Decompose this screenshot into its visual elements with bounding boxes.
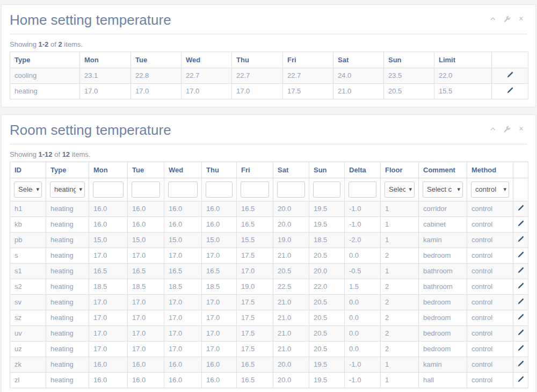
column-header-sat[interactable]: Sat: [273, 162, 309, 178]
table-cell: -1.0: [345, 372, 381, 388]
close-icon[interactable]: [518, 16, 524, 23]
table-cell: control: [467, 201, 513, 216]
column-header-fri[interactable]: Fri: [237, 162, 273, 178]
edit-button[interactable]: [517, 251, 524, 258]
table-cell: 2: [381, 310, 419, 325]
table-cell: corridor: [419, 201, 467, 216]
table-cell: bedroom: [419, 294, 467, 310]
column-header-tue[interactable]: Tue: [128, 162, 164, 178]
action-cell: [513, 263, 528, 279]
table-cell: 16.0: [202, 201, 237, 216]
table-cell: 22.0: [434, 68, 492, 83]
tue-filter-input[interactable]: [132, 182, 160, 198]
edit-button[interactable]: [517, 360, 524, 367]
comment-filter-select-wrapper: Select c: [423, 182, 463, 198]
edit-button[interactable]: [517, 236, 524, 243]
column-header-sun[interactable]: Sun: [309, 162, 345, 178]
edit-button[interactable]: [517, 220, 524, 227]
collapse-icon[interactable]: [490, 126, 496, 133]
mon-filter-input[interactable]: [93, 182, 124, 198]
table-cell: 20.0: [273, 357, 309, 372]
column-header-wed[interactable]: Wed: [182, 52, 232, 68]
column-header-floor[interactable]: Floor: [381, 162, 419, 178]
column-header-wed[interactable]: Wed: [164, 162, 202, 178]
pencil-icon: [517, 376, 524, 384]
comment-filter-select[interactable]: Select c: [423, 182, 463, 198]
table-cell: 16.0: [89, 357, 128, 372]
edit-button[interactable]: [517, 205, 524, 212]
table-cell: sz: [10, 310, 46, 325]
fri-filter-input[interactable]: [241, 182, 269, 198]
table-row: svheating17.017.017.017.017.521.020.50.0…: [10, 294, 528, 310]
wrench-icon[interactable]: [504, 126, 511, 133]
column-header-sat[interactable]: Sat: [333, 52, 384, 68]
table-cell: 17.0: [237, 263, 273, 279]
collapse-icon[interactable]: [490, 16, 496, 23]
table-cell: 1: [381, 232, 419, 248]
edit-button[interactable]: [517, 329, 524, 336]
edit-button[interactable]: [517, 282, 524, 289]
edit-button[interactable]: [506, 87, 513, 94]
delta-filter-input[interactable]: [349, 182, 376, 198]
table-cell: 17.0: [202, 341, 237, 357]
table-cell: -0.5: [345, 263, 381, 279]
table-cell: 15.0: [202, 232, 237, 248]
column-header-type[interactable]: Type: [10, 52, 80, 68]
table-cell: 0.0: [345, 325, 381, 341]
table-cell: 15.0: [128, 232, 164, 248]
summary-total: 2: [58, 40, 62, 48]
wed-filter-input[interactable]: [168, 182, 198, 198]
thu-filter-input[interactable]: [206, 182, 233, 198]
column-header-sun[interactable]: Sun: [384, 52, 434, 68]
column-header-delta[interactable]: Delta: [345, 162, 381, 178]
column-header-comment[interactable]: Comment: [419, 162, 467, 178]
table-cell: 16.5: [237, 357, 273, 372]
column-header-mon[interactable]: Mon: [89, 162, 128, 178]
close-icon[interactable]: [518, 126, 524, 133]
method-filter-select-wrapper: control: [471, 182, 509, 198]
action-cell: [513, 357, 528, 372]
column-header-limit[interactable]: Limit: [434, 52, 492, 68]
id-filter-select[interactable]: Select...: [14, 182, 42, 198]
table-cell: 16.5: [237, 201, 273, 216]
column-header-type[interactable]: Type: [46, 162, 89, 178]
edit-button[interactable]: [517, 345, 524, 352]
table-cell: control: [467, 294, 513, 310]
column-header-thu[interactable]: Thu: [232, 52, 283, 68]
sat-filter-input[interactable]: [277, 182, 305, 198]
table-cell: 21.0: [273, 294, 309, 310]
table-cell: 17.0: [164, 341, 202, 357]
sun-filter-input[interactable]: [313, 182, 340, 198]
method-filter-select[interactable]: control: [471, 182, 509, 198]
table-cell: 19.0: [273, 232, 309, 248]
summary-text: of: [50, 40, 56, 48]
wrench-icon[interactable]: [504, 16, 511, 23]
column-header-thu[interactable]: Thu: [202, 162, 237, 178]
edit-button[interactable]: [517, 376, 524, 383]
table-cell: sv: [10, 294, 46, 310]
room-table-head: IDTypeMonTueWedThuFriSatSunDeltaFloorCom…: [10, 162, 528, 201]
action-cell: [513, 372, 528, 388]
table-cell: 16.0: [128, 201, 164, 216]
column-header-tue[interactable]: Tue: [131, 52, 182, 68]
column-header-method[interactable]: Method: [467, 162, 513, 178]
table-row: szheating17.017.017.017.017.521.020.50.0…: [10, 310, 528, 325]
edit-button[interactable]: [506, 71, 513, 78]
table-cell: bathroom: [419, 279, 467, 294]
table-cell: 17.0: [128, 248, 164, 263]
room-table-body: h1heating16.016.016.016.016.520.019.5-1.…: [10, 201, 528, 388]
edit-button[interactable]: [517, 267, 524, 274]
floor-filter-select[interactable]: Select...: [384, 182, 415, 198]
summary-range: 1-2: [39, 40, 49, 48]
type-filter-select[interactable]: heating: [50, 182, 85, 198]
column-header-fri[interactable]: Fri: [283, 52, 333, 68]
table-cell: control: [467, 248, 513, 263]
column-header-id[interactable]: ID: [10, 162, 46, 178]
table-cell: bedroom: [419, 248, 467, 263]
column-header-mon[interactable]: Mon: [80, 52, 131, 68]
summary-text: Showing: [10, 150, 37, 158]
edit-button[interactable]: [517, 298, 524, 305]
table-cell: s: [10, 248, 46, 263]
edit-button[interactable]: [517, 314, 524, 321]
table-cell: 20.5: [309, 325, 345, 341]
